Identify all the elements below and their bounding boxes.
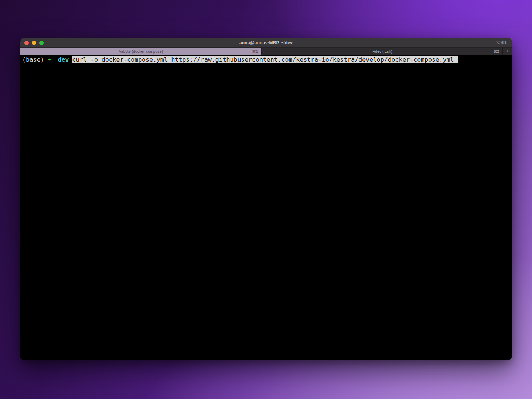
command-text-selected[interactable]: curl -o docker-compose.yml https://raw.g…	[72, 56, 458, 63]
window-titlebar[interactable]: anna@annas-MBP:~/dev ⌥⌘1	[20, 38, 512, 48]
prompt-dir: dev	[58, 56, 69, 63]
tab-airbyte-docker-compose[interactable]: Airbyte (docker-compose) ⌘1	[20, 48, 262, 55]
terminal-window: anna@annas-MBP:~/dev ⌥⌘1 Airbyte (docker…	[20, 38, 512, 360]
tab-shortcut-hint: ⌘1	[252, 49, 258, 53]
tab-label: ~/dev (-zsh)	[372, 49, 392, 54]
prompt-arrow: ➜	[48, 56, 51, 63]
new-tab-button[interactable]: +	[503, 48, 512, 55]
window-shortcut-hint: ⌥⌘1	[495, 40, 507, 45]
prompt-env: (base)	[22, 56, 44, 63]
tab-shortcut-hint: ⌘2	[493, 49, 499, 53]
tab-bar: Airbyte (docker-compose) ⌘1 ~/dev (-zsh)…	[20, 48, 512, 55]
prompt-line: (base)➜devcurl -o docker-compose.yml htt…	[22, 56, 510, 64]
desktop-background: anna@annas-MBP:~/dev ⌥⌘1 Airbyte (docker…	[0, 0, 532, 399]
plus-icon: +	[506, 48, 509, 54]
terminal-content[interactable]: (base)➜devcurl -o docker-compose.yml htt…	[20, 55, 512, 360]
window-title: anna@annas-MBP:~/dev	[20, 40, 512, 45]
tab-label: Airbyte (docker-compose)	[119, 49, 163, 54]
tab-dev-zsh[interactable]: ~/dev (-zsh) ⌘2	[262, 48, 503, 55]
